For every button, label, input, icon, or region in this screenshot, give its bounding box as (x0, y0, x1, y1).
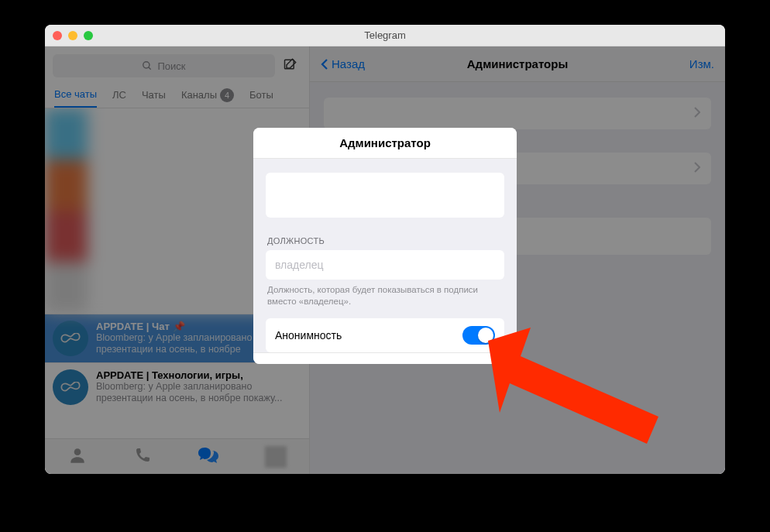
input-hint: Должность, которая будет показываться в … (266, 280, 504, 318)
traffic-lights (53, 31, 93, 40)
zoom-window-button[interactable] (84, 31, 93, 40)
admin-dialog: Администратор ДОЛЖНОСТЬ Должность, котор… (253, 128, 517, 364)
window-title: Telegram (45, 29, 725, 41)
dialog-title: Администратор (253, 128, 517, 159)
custom-title-input[interactable] (275, 259, 495, 271)
minimize-window-button[interactable] (68, 31, 77, 40)
app-window: Telegram Поиск Все чаты ЛС (45, 25, 725, 474)
anonymity-row: Анонимность (266, 318, 504, 352)
anonymity-toggle[interactable] (462, 326, 495, 345)
toggle-label: Анонимность (275, 329, 342, 342)
done-button[interactable]: Готово (253, 352, 517, 364)
window-titlebar: Telegram (45, 25, 725, 46)
close-window-button[interactable] (53, 31, 62, 40)
admin-user-card (266, 173, 504, 218)
section-label: ДОЛЖНОСТЬ (266, 232, 504, 250)
modal-overlay: Администратор ДОЛЖНОСТЬ Должность, котор… (45, 46, 725, 474)
